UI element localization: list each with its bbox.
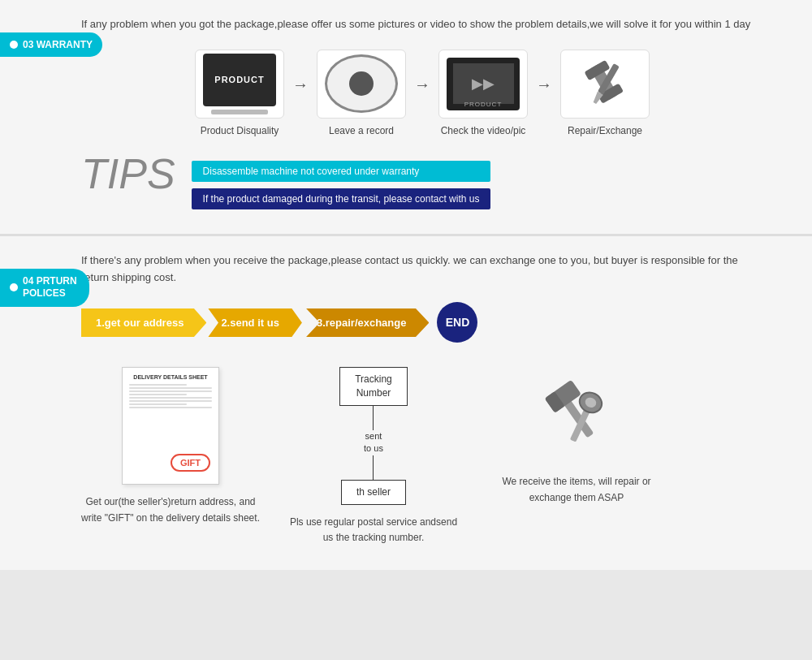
tracking-visual: TrackingNumber sentto us th seller [339,367,408,504]
tools-visual [528,367,625,464]
arrow-3: → [536,75,552,94]
warranty-section: 03 WARRANTY If any problem when you got … [0,0,812,236]
arrow-2: → [414,75,430,94]
tip-2: If the product damaged during the transi… [192,188,491,209]
step4-icon-box [560,50,650,119]
delivery-visual: DELIVERY DETAILS SHEET GIFT [122,367,219,485]
product-icon: PRODUCT [203,54,276,106]
tracking-line-2 [373,455,374,480]
return-step-end: END [437,302,477,343]
process-step-4: Repair/Exchange [560,50,650,136]
tracking-line [373,406,374,430]
return-step-2: 2.send it us [200,308,302,337]
sent-label: sentto us [364,430,383,455]
seller-label: th seller [356,486,391,498]
delivery-lines [129,384,212,408]
return-step-3: 3.repair/exchange [296,308,430,337]
return-flow: 1.get our address 2.send it us 3.repair/… [81,302,763,343]
return-badge-dot [10,283,18,291]
delivery-sheet-title: DELIVERY DETAILS SHEET [129,374,212,380]
return-badge-label: 04 PRTURNPOLICES [23,275,77,300]
tips-section: TIPS Disassemble machine not covered und… [81,153,763,209]
warranty-note: If any problem when you got the package,… [81,16,763,33]
tips-title: TIPS [81,153,175,195]
return-badge: 04 PRTURNPOLICES [0,269,89,307]
process-step-1: PRODUCT Product Disquality [195,50,284,136]
tip-1: Disassemble machine not covered under wa… [192,161,491,182]
step2-icon-box: MP4 [317,50,406,119]
badge-dot [10,41,18,49]
gift-badge: GIFT [171,454,210,472]
card-2-text: Pls use regular postal service andsend u… [284,515,463,546]
tracking-visual-wrapper: TrackingNumber sentto us th seller [339,367,408,504]
return-step-1: 1.get our address [81,308,206,337]
process-step-2: MP4 Leave a record [317,50,406,136]
video-icon: ▶▶ PRODUCT [447,58,520,110]
seller-box: th seller [341,480,406,505]
step3-label: Check the video/pic [441,125,526,136]
return-section: 04 PRTURNPOLICES If there's any problem … [0,236,812,570]
return-note: If there's any problem when you receive … [81,252,763,287]
card-tracking: TrackingNumber sentto us th seller Pls u… [284,367,463,546]
tools-large-svg [528,367,625,464]
card-tools: We receive the items, will repair or exc… [487,367,666,505]
step4-label: Repair/Exchange [568,125,642,136]
warranty-badge-label: 03 WARRANTY [23,39,93,50]
arrow-1: → [292,75,309,94]
card-delivery: DELIVERY DETAILS SHEET GIFT Get our(the … [81,367,260,525]
warranty-badge: 03 WARRANTY [0,32,102,57]
tools-svg [568,55,641,112]
warranty-process-flow: PRODUCT Product Disquality → MP4 Leave a… [81,50,763,136]
mp4-badge: MP4 [382,50,406,50]
step2-label: Leave a record [329,125,394,136]
step1-label: Product Disquality [201,125,279,136]
tracking-number-box: TrackingNumber [339,367,408,406]
bottom-cards: DELIVERY DETAILS SHEET GIFT Get our(the … [81,367,763,546]
tracking-number-label: TrackingNumber [355,373,392,399]
process-step-3: ▶▶ PRODUCT Check the video/pic [438,50,528,136]
card-1-text: Get our(the seller's)return address, and… [81,494,260,525]
step1-icon-box: PRODUCT [195,50,284,119]
tools-icon [528,367,625,464]
card-3-text: We receive the items, will repair or exc… [487,474,666,505]
step3-icon-box: ▶▶ PRODUCT [438,50,528,119]
tips-items: Disassemble machine not covered under wa… [192,153,491,209]
delivery-sheet: DELIVERY DETAILS SHEET GIFT [122,367,219,485]
mp4-icon [325,54,398,113]
